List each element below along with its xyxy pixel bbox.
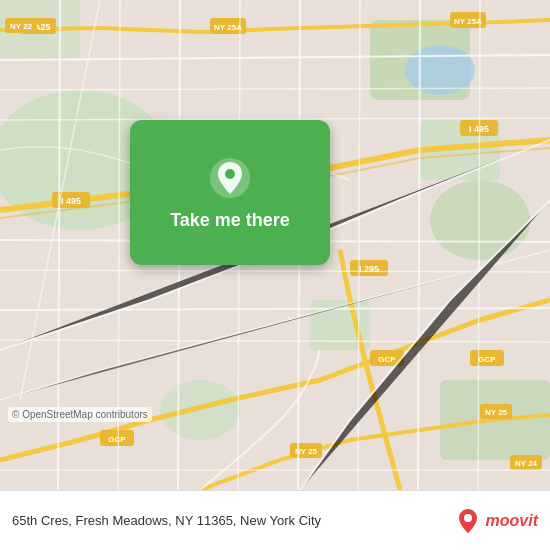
svg-text:NY 25A: NY 25A — [454, 17, 482, 26]
moovit-text: moovit — [486, 512, 538, 530]
svg-point-56 — [225, 169, 235, 179]
svg-text:I 495: I 495 — [61, 196, 81, 206]
take-me-there-button[interactable]: Take me there — [130, 120, 330, 265]
svg-point-9 — [405, 45, 475, 95]
moovit-logo-icon — [454, 507, 482, 535]
svg-text:NY 24: NY 24 — [515, 459, 538, 468]
svg-text:GCP: GCP — [108, 435, 126, 444]
svg-text:GCP: GCP — [378, 355, 396, 364]
location-pin-icon — [206, 154, 254, 202]
take-me-there-label: Take me there — [170, 210, 290, 231]
svg-text:GCP: GCP — [478, 355, 496, 364]
svg-text:NY 25: NY 25 — [485, 408, 508, 417]
copyright-text: © OpenStreetMap contributors — [8, 407, 152, 422]
svg-text:NY 25A: NY 25A — [214, 23, 242, 32]
map-container: I 495 I 495 I 495 I 295 NY 25 A NY 25A N… — [0, 0, 550, 490]
svg-point-57 — [464, 514, 472, 522]
bottom-bar: 65th Cres, Fresh Meadows, NY 11365, New … — [0, 490, 550, 550]
moovit-logo[interactable]: moovit — [454, 507, 538, 535]
svg-text:I 295: I 295 — [359, 264, 379, 274]
svg-point-4 — [430, 180, 530, 260]
svg-text:NY 22: NY 22 — [10, 22, 33, 31]
address-text: 65th Cres, Fresh Meadows, NY 11365, New … — [12, 513, 454, 528]
